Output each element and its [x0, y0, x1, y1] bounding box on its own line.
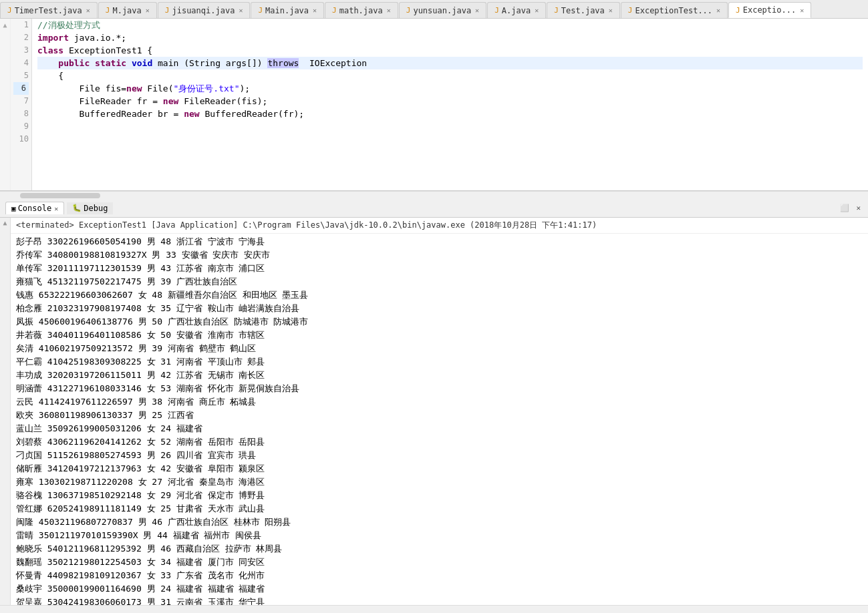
tab-bar: JTimerTest.java✕JM.java✕Jjisuanqi.java✕J…	[0, 0, 868, 19]
console-line-12: 云民 411424197611226597 男 38 河南省 商丘市 柘城县	[16, 395, 863, 409]
console-tab[interactable]: ▣ Console ✕	[5, 202, 64, 214]
java-file-icon: J	[332, 6, 337, 15]
java-file-icon: J	[628, 6, 633, 15]
console-line-21: 闽隆 450321196807270837 男 46 广西壮族自治区 桂林市 阳…	[16, 516, 863, 529]
tab-label: TimerTest.java	[15, 6, 82, 15]
console-icon: ▣	[11, 204, 16, 213]
console-line-16: 刁贞国 511526198805274593 男 26 四川省 宜宾市 珙县	[16, 449, 863, 462]
tab-close-icon[interactable]: ✕	[86, 7, 90, 14]
line-number-gutter: 12345678910	[11, 19, 32, 190]
console-line-13: 欧夾 360801198906130337 男 25 江西省	[16, 409, 863, 422]
editor-tab-M-java[interactable]: JM.java✕	[98, 2, 157, 18]
java-file-icon: J	[554, 6, 559, 15]
minimize-console-button[interactable]: ⬜	[838, 203, 851, 213]
code-line-6[interactable]: public static void main (String args[]) …	[37, 57, 863, 69]
java-file-icon: J	[106, 6, 110, 15]
editor-tab-math-java[interactable]: Jmath.java✕	[325, 2, 398, 18]
debug-icon: 🐛	[72, 204, 82, 212]
java-file-icon: J	[736, 6, 740, 15]
tab-close-icon[interactable]: ✕	[609, 7, 613, 14]
console-line-9: 平仁霸 410425198309308225 女 31 河南省 平顶山市 郏县	[16, 355, 863, 369]
java-file-icon: J	[258, 6, 263, 15]
line-number-9: 9	[24, 120, 29, 133]
code-content[interactable]: //消极处理方式import java.io.*;class Exception…	[32, 19, 868, 190]
code-line-9[interactable]: FileReader fr = new FileReader(fis);	[37, 95, 863, 108]
line-number-2: 2	[24, 31, 29, 44]
tab-close-icon[interactable]: ✕	[387, 7, 391, 14]
java-file-icon: J	[165, 6, 170, 15]
console-line-20: 管红娜 620524198911181149 女 25 甘肃省 天水市 武山县	[16, 502, 863, 516]
line-number-3: 3	[24, 44, 29, 57]
debug-tab[interactable]: 🐛 Debug	[67, 202, 113, 214]
console-line-7: 井若薇 340401196401108586 女 50 安徽省 淮南市 市辖区	[16, 329, 863, 342]
console-line-6: 凤振 450600196406138776 男 50 广西壮族自治区 防城港市 …	[16, 315, 863, 329]
code-line-4[interactable]: import java.io.*;	[37, 31, 863, 44]
code-line-2[interactable]: //消极处理方式	[37, 19, 863, 31]
tab-close-icon[interactable]: ✕	[535, 7, 539, 14]
maximize-console-button[interactable]: ✕	[854, 203, 863, 213]
line-number-1: 1	[24, 19, 29, 31]
console-line-5: 柏念雁 210323197908197408 女 35 辽宁省 鞍山市 岫岩满族…	[16, 302, 863, 315]
console-header: ▣ Console ✕ 🐛 Debug ⬜ ✕	[0, 199, 868, 218]
collapse-up-icon[interactable]: ▲	[3, 19, 7, 31]
editor-tab-TimerTest-java[interactable]: JTimerTest.java✕	[0, 2, 98, 18]
editor-collapse-gutter: ▲	[0, 19, 11, 190]
line-number-5: 5	[24, 69, 29, 82]
hscroll-thumb[interactable]	[20, 193, 100, 198]
tab-label: Exceptio...	[743, 5, 796, 15]
tab-close-icon[interactable]: ✕	[475, 7, 479, 14]
console-line-8: 矣清 410602197509213572 男 39 河南省 鹤壁市 鹤山区	[16, 342, 863, 355]
code-line-10[interactable]: BufferedReader br = new BufferedReader(f…	[37, 108, 863, 120]
editor-tab-jisuanqi-java[interactable]: Jjisuanqi.java✕	[158, 2, 251, 18]
editor-tab-ExceptionTest---[interactable]: JExceptionTest...✕	[621, 2, 728, 18]
line-number-4: 4	[24, 57, 29, 69]
console-line-11: 明涵蕾 431227196108033146 女 53 湖南省 怀化市 新晃侗族…	[16, 382, 863, 395]
tab-close-icon[interactable]: ✕	[239, 7, 243, 14]
console-line-3: 雍猫飞 451321197502217475 男 39 广西壮族自治区	[16, 275, 863, 288]
console-line-0: 彭子昂 330226196605054190 男 48 浙江省 宁波市 宁海县	[16, 235, 863, 248]
tab-label: Test.java	[561, 6, 605, 15]
console-tab-label: Console	[18, 204, 52, 213]
tab-label: Main.java	[265, 6, 309, 15]
code-line-7[interactable]: {	[37, 69, 863, 82]
tab-close-icon[interactable]: ✕	[800, 7, 804, 14]
java-file-icon: J	[406, 6, 411, 15]
console-with-gutter: ▲ <terminated> ExceptionTest1 [Java Appl…	[0, 218, 868, 605]
tab-label: A.java	[502, 6, 531, 15]
console-bottom-scrollbar[interactable]	[0, 605, 868, 613]
tab-label: jisuanqi.java	[172, 6, 235, 15]
console-line-4: 钱惠 653222196603062607 女 48 新疆维吾尔自治区 和田地区…	[16, 288, 863, 302]
console-line-18: 雍寒 130302198711220208 女 27 河北省 秦皇岛市 海港区	[16, 475, 863, 489]
line-number-10: 10	[19, 133, 29, 146]
java-file-icon: J	[494, 6, 499, 15]
code-line-5[interactable]: class ExceptionTest1 {	[37, 44, 863, 57]
console-panel: ▣ Console ✕ 🐛 Debug ⬜ ✕ ▲ <terminated> E…	[0, 199, 868, 613]
editor-horizontal-scrollbar[interactable]	[0, 191, 868, 199]
line-number-8: 8	[24, 108, 29, 120]
console-line-17: 储昕雁 341204197212137963 女 42 安徽省 阜阳市 颍泉区	[16, 462, 863, 475]
console-status: <terminated> ExceptionTest1 [Java Applic…	[11, 218, 868, 234]
editor-tab-Test-java[interactable]: JTest.java✕	[547, 2, 620, 18]
console-line-27: 贺呈嘉 530424198306060173 男 31 云南省 玉溪市 华宁县	[16, 596, 863, 605]
console-line-19: 骆谷槐 130637198510292148 女 29 河北省 保定市 博野县	[16, 489, 863, 502]
console-line-15: 刘碧蔡 430621196204141262 女 52 湖南省 岳阳市 岳阳县	[16, 435, 863, 449]
console-tab-close-x: ✕	[54, 205, 58, 212]
tab-close-icon[interactable]: ✕	[146, 7, 150, 14]
scroll-up-icon[interactable]: ▲	[3, 219, 7, 226]
code-line-8[interactable]: File fis=new File("身份证号.txt");	[37, 82, 863, 95]
console-line-1: 乔传军 340800198810819327X 男 33 安徽省 安庆市 安庆市	[16, 248, 863, 262]
java-file-icon: J	[7, 6, 12, 15]
console-line-22: 雷晴 350121197010159390X 男 44 福建省 福州市 闽侯县	[16, 529, 863, 542]
tab-close-icon[interactable]: ✕	[313, 7, 317, 14]
editor-tab-yunsuan-java[interactable]: Jyunsuan.java✕	[399, 2, 486, 18]
editor-tab-A-java[interactable]: JA.java✕	[487, 2, 546, 18]
tab-close-icon[interactable]: ✕	[716, 7, 720, 14]
console-line-14: 蓝山兰 350926199005031206 女 24 福建省	[16, 422, 863, 435]
tab-label: yunsuan.java	[413, 6, 471, 15]
debug-tab-label: Debug	[84, 204, 108, 213]
editor-tab-Exceptio---[interactable]: JExceptio...✕	[728, 2, 811, 18]
editor-tab-Main-java[interactable]: JMain.java✕	[251, 2, 324, 18]
console-left-gutter: ▲	[0, 218, 11, 605]
console-output[interactable]: 彭子昂 330226196605054190 男 48 浙江省 宁波市 宁海县乔…	[11, 234, 868, 605]
editor-area: ▲ 12345678910 //消极处理方式import java.io.*;c…	[0, 19, 868, 191]
